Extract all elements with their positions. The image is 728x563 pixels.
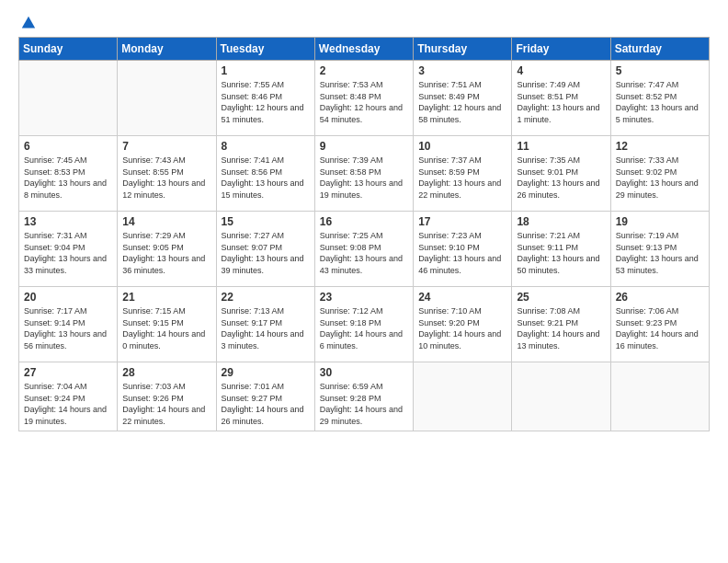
day-number: 8 — [222, 140, 310, 153]
calendar-header-row: SundayMondayTuesdayWednesdayThursdayFrid… — [19, 38, 710, 61]
page: SundayMondayTuesdayWednesdayThursdayFrid… — [0, 0, 728, 563]
day-info: Sunrise: 7:19 AM Sunset: 9:13 PM Dayligh… — [616, 230, 704, 276]
calendar-cell: 30Sunrise: 6:59 AM Sunset: 9:28 PM Dayli… — [314, 362, 413, 431]
day-number: 10 — [418, 140, 506, 153]
calendar-cell: 8Sunrise: 7:41 AM Sunset: 8:56 PM Daylig… — [216, 136, 314, 212]
calendar-cell — [118, 61, 216, 136]
day-number: 18 — [517, 215, 605, 228]
calendar-cell: 3Sunrise: 7:51 AM Sunset: 8:49 PM Daylig… — [414, 61, 512, 136]
weekday-header: Wednesday — [314, 38, 413, 61]
day-number: 2 — [320, 64, 408, 77]
calendar-cell: 25Sunrise: 7:08 AM Sunset: 9:21 PM Dayli… — [512, 287, 610, 362]
weekday-header: Saturday — [610, 38, 709, 61]
day-info: Sunrise: 7:08 AM Sunset: 9:21 PM Dayligh… — [517, 305, 605, 351]
calendar-cell: 2Sunrise: 7:53 AM Sunset: 8:48 PM Daylig… — [314, 61, 413, 136]
calendar-week-row: 20Sunrise: 7:17 AM Sunset: 9:14 PM Dayli… — [19, 287, 710, 362]
day-number: 30 — [320, 366, 408, 379]
day-number: 26 — [616, 291, 704, 304]
day-number: 1 — [222, 64, 310, 77]
day-number: 20 — [24, 291, 112, 304]
calendar-cell: 24Sunrise: 7:10 AM Sunset: 9:20 PM Dayli… — [414, 287, 512, 362]
day-info: Sunrise: 7:27 AM Sunset: 9:07 PM Dayligh… — [222, 230, 310, 276]
day-info: Sunrise: 7:25 AM Sunset: 9:08 PM Dayligh… — [320, 230, 408, 276]
day-info: Sunrise: 7:15 AM Sunset: 9:15 PM Dayligh… — [122, 305, 210, 351]
weekday-header: Sunday — [19, 38, 118, 61]
day-number: 17 — [418, 215, 506, 228]
day-number: 5 — [616, 64, 704, 77]
day-number: 9 — [320, 140, 408, 153]
calendar-cell: 15Sunrise: 7:27 AM Sunset: 9:07 PM Dayli… — [216, 212, 314, 287]
calendar-cell: 22Sunrise: 7:13 AM Sunset: 9:17 PM Dayli… — [216, 287, 314, 362]
header — [18, 15, 710, 28]
day-info: Sunrise: 7:23 AM Sunset: 9:10 PM Dayligh… — [418, 230, 506, 276]
calendar-cell: 1Sunrise: 7:55 AM Sunset: 8:46 PM Daylig… — [216, 61, 314, 136]
day-number: 28 — [122, 366, 210, 379]
day-info: Sunrise: 7:21 AM Sunset: 9:11 PM Dayligh… — [517, 230, 605, 276]
day-info: Sunrise: 7:39 AM Sunset: 8:58 PM Dayligh… — [320, 155, 408, 201]
day-info: Sunrise: 7:37 AM Sunset: 8:59 PM Dayligh… — [418, 155, 506, 201]
day-info: Sunrise: 7:12 AM Sunset: 9:18 PM Dayligh… — [320, 305, 408, 351]
day-info: Sunrise: 7:53 AM Sunset: 8:48 PM Dayligh… — [320, 79, 408, 125]
day-number: 15 — [222, 215, 310, 228]
day-info: Sunrise: 7:49 AM Sunset: 8:51 PM Dayligh… — [517, 79, 605, 125]
calendar-cell: 13Sunrise: 7:31 AM Sunset: 9:04 PM Dayli… — [19, 212, 118, 287]
calendar-cell: 23Sunrise: 7:12 AM Sunset: 9:18 PM Dayli… — [314, 287, 413, 362]
calendar-cell: 6Sunrise: 7:45 AM Sunset: 8:53 PM Daylig… — [19, 136, 118, 212]
logo — [18, 15, 37, 28]
day-number: 27 — [24, 366, 112, 379]
day-info: Sunrise: 7:55 AM Sunset: 8:46 PM Dayligh… — [222, 79, 310, 125]
calendar-cell: 26Sunrise: 7:06 AM Sunset: 9:23 PM Dayli… — [610, 287, 709, 362]
weekday-header: Thursday — [414, 38, 512, 61]
day-info: Sunrise: 7:33 AM Sunset: 9:02 PM Dayligh… — [616, 155, 704, 201]
day-number: 29 — [222, 366, 310, 379]
weekday-header: Tuesday — [216, 38, 314, 61]
calendar-week-row: 27Sunrise: 7:04 AM Sunset: 9:24 PM Dayli… — [19, 362, 710, 431]
calendar-cell: 21Sunrise: 7:15 AM Sunset: 9:15 PM Dayli… — [118, 287, 216, 362]
calendar-table: SundayMondayTuesdayWednesdayThursdayFrid… — [18, 37, 710, 431]
calendar-cell: 16Sunrise: 7:25 AM Sunset: 9:08 PM Dayli… — [314, 212, 413, 287]
weekday-header: Monday — [118, 38, 216, 61]
calendar-cell: 11Sunrise: 7:35 AM Sunset: 9:01 PM Dayli… — [512, 136, 610, 212]
calendar-cell: 7Sunrise: 7:43 AM Sunset: 8:55 PM Daylig… — [118, 136, 216, 212]
day-info: Sunrise: 7:03 AM Sunset: 9:26 PM Dayligh… — [122, 381, 210, 427]
day-number: 13 — [24, 215, 112, 228]
day-info: Sunrise: 7:06 AM Sunset: 9:23 PM Dayligh… — [616, 305, 704, 351]
day-info: Sunrise: 7:47 AM Sunset: 8:52 PM Dayligh… — [616, 79, 704, 125]
day-number: 12 — [616, 140, 704, 153]
calendar-week-row: 1Sunrise: 7:55 AM Sunset: 8:46 PM Daylig… — [19, 61, 710, 136]
logo-icon — [20, 15, 37, 31]
calendar-cell: 18Sunrise: 7:21 AM Sunset: 9:11 PM Dayli… — [512, 212, 610, 287]
calendar-cell — [512, 362, 610, 431]
day-number: 14 — [122, 215, 210, 228]
calendar-cell — [414, 362, 512, 431]
day-number: 3 — [418, 64, 506, 77]
day-info: Sunrise: 7:51 AM Sunset: 8:49 PM Dayligh… — [418, 79, 506, 125]
day-number: 11 — [517, 140, 605, 153]
calendar-cell: 9Sunrise: 7:39 AM Sunset: 8:58 PM Daylig… — [314, 136, 413, 212]
day-info: Sunrise: 7:04 AM Sunset: 9:24 PM Dayligh… — [24, 381, 112, 427]
day-info: Sunrise: 7:35 AM Sunset: 9:01 PM Dayligh… — [517, 155, 605, 201]
calendar-cell: 17Sunrise: 7:23 AM Sunset: 9:10 PM Dayli… — [414, 212, 512, 287]
calendar-cell: 14Sunrise: 7:29 AM Sunset: 9:05 PM Dayli… — [118, 212, 216, 287]
calendar-cell: 4Sunrise: 7:49 AM Sunset: 8:51 PM Daylig… — [512, 61, 610, 136]
calendar-cell: 19Sunrise: 7:19 AM Sunset: 9:13 PM Dayli… — [610, 212, 709, 287]
calendar-cell: 20Sunrise: 7:17 AM Sunset: 9:14 PM Dayli… — [19, 287, 118, 362]
calendar-cell: 28Sunrise: 7:03 AM Sunset: 9:26 PM Dayli… — [118, 362, 216, 431]
day-info: Sunrise: 7:41 AM Sunset: 8:56 PM Dayligh… — [222, 155, 310, 201]
calendar-cell — [19, 61, 118, 136]
calendar-cell: 29Sunrise: 7:01 AM Sunset: 9:27 PM Dayli… — [216, 362, 314, 431]
day-info: Sunrise: 7:45 AM Sunset: 8:53 PM Dayligh… — [24, 155, 112, 201]
calendar-week-row: 6Sunrise: 7:45 AM Sunset: 8:53 PM Daylig… — [19, 136, 710, 212]
day-info: Sunrise: 7:13 AM Sunset: 9:17 PM Dayligh… — [222, 305, 310, 351]
calendar-cell — [610, 362, 709, 431]
day-number: 23 — [320, 291, 408, 304]
day-number: 6 — [24, 140, 112, 153]
day-info: Sunrise: 7:29 AM Sunset: 9:05 PM Dayligh… — [122, 230, 210, 276]
day-info: Sunrise: 7:10 AM Sunset: 9:20 PM Dayligh… — [418, 305, 506, 351]
calendar-cell: 12Sunrise: 7:33 AM Sunset: 9:02 PM Dayli… — [610, 136, 709, 212]
day-info: Sunrise: 7:31 AM Sunset: 9:04 PM Dayligh… — [24, 230, 112, 276]
day-number: 25 — [517, 291, 605, 304]
day-info: Sunrise: 7:17 AM Sunset: 9:14 PM Dayligh… — [24, 305, 112, 351]
day-number: 22 — [222, 291, 310, 304]
calendar-cell: 27Sunrise: 7:04 AM Sunset: 9:24 PM Dayli… — [19, 362, 118, 431]
